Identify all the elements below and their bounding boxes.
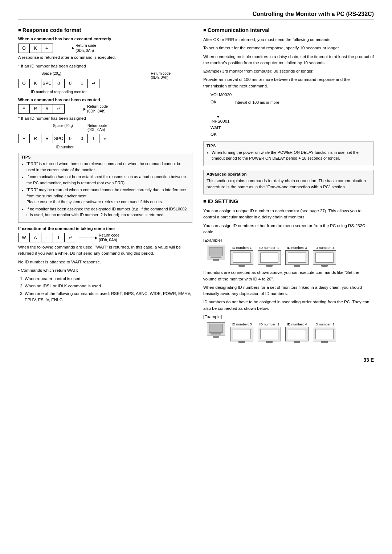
wait-para2: No ID number is attached to WAIT respons…	[18, 259, 192, 265]
wait-line2: WAIT	[211, 124, 221, 131]
tips-title-left: TIPS	[21, 155, 189, 159]
cell-K2: K	[30, 79, 41, 88]
cell-E2: E	[18, 134, 30, 143]
id2-label-1: ID number: 3	[232, 322, 252, 326]
monitor-2-1: ID number: 3	[230, 322, 253, 343]
tips-list-right: When turning the power on while the POWE…	[207, 149, 371, 161]
tips-item-1: "ERR" is returned when there is no relev…	[26, 161, 189, 173]
cell-O2: O	[18, 79, 30, 88]
id-para3: If monitors are connected as shown above…	[203, 270, 374, 282]
example-label-1: [Example]	[203, 237, 374, 243]
cell-I: I	[41, 233, 53, 242]
tips-box-right: TIPS When turning the power on while the…	[203, 141, 374, 166]
id-section-title: ID SETTING	[203, 198, 374, 204]
monitor-4: ID number: 4	[313, 246, 336, 267]
err-box-labels: Space (20H) Return code(0Dh, 0Ah)	[18, 124, 192, 132]
cell-0c: 0	[65, 134, 76, 143]
tips-box-left: TIPS "ERR" is returned when there is no …	[18, 153, 192, 223]
cell-ret2: ↵	[88, 79, 99, 88]
pc-unit-2	[207, 322, 225, 338]
cell-K: K	[30, 44, 41, 53]
page-title: Controlling the Monitor with a PC (RS-23…	[18, 11, 374, 20]
left-column: Response code format When a command has …	[18, 27, 192, 346]
cell-0b: 0	[65, 79, 76, 88]
tips-item-4: If no monitor has been assigned the desi…	[26, 206, 189, 218]
page-header: Controlling the Monitor with a PC (RS-23…	[18, 11, 374, 20]
comm-section-title: Communication interval	[203, 27, 374, 33]
monitor-2-4: ID number: 1	[313, 322, 336, 343]
example-label-2: [Example]	[203, 314, 374, 320]
id2-label-4: ID number: 1	[315, 322, 335, 326]
tips-item-3: "ERR" may be returned when a command can…	[26, 187, 189, 205]
wait-label: If execution of the command is taking so…	[18, 226, 192, 231]
monitor-1: ID number: 1	[230, 246, 253, 267]
err-id-label: ID number	[18, 145, 111, 149]
note-executed: A response is returned after a command i…	[18, 54, 192, 61]
wait-para1: When the following commands are used, "W…	[18, 244, 192, 257]
interval-label: Interval of 100 ms or more	[234, 100, 279, 104]
tips-list-left: "ERR" is returned when there is no relev…	[21, 161, 189, 218]
cell-R: R	[30, 104, 41, 114]
comm-para2: To set a timeout for the command respons…	[203, 45, 374, 51]
cell-W: W	[18, 233, 30, 242]
err-return-code-label: Return code(0Dh, 0Ah)	[87, 124, 107, 132]
cell-E: E	[18, 104, 30, 114]
comm-para3: When connecting multiple monitors in a d…	[203, 54, 374, 66]
tips-item-right-1: When turning the power on while the POWE…	[212, 149, 371, 161]
cell-O: O	[18, 44, 30, 53]
err-code-box-2: E R R SPC 0 0 1 ↵	[18, 134, 192, 143]
wait-cmd-3: When one of the following commands is us…	[25, 291, 192, 303]
wait-code-box: W A I T ↵ Return code(0Dh, 0Ah)	[18, 233, 192, 243]
wait-return-code: Return code(0Dh, 0Ah)	[99, 233, 119, 243]
volm-line1: VOLM0020	[211, 91, 374, 98]
monitor-diagram-1: ID number: 1 ID number: 2	[207, 246, 374, 267]
cell-1b: 1	[88, 134, 99, 143]
page-number: 33 E	[18, 357, 374, 363]
err-space-label: Space (20H)	[53, 124, 73, 132]
interval-arrow-vert	[218, 106, 218, 118]
cell-1a: 1	[76, 79, 88, 88]
interval-example: VOLM0020 OK INPS0001 WAIT OK Interval of…	[211, 91, 374, 138]
id-para1: You can assign a unique ID number to eac…	[203, 208, 374, 221]
id-responding-label: ID number of responding monitor	[18, 90, 99, 94]
monitor-2-2: ID number: 2	[258, 322, 281, 343]
pc-unit-1	[207, 246, 225, 261]
monitor-2: ID number: 2	[258, 246, 281, 267]
cell-SPC: SPC	[41, 79, 53, 88]
cell-return: ↵	[41, 44, 53, 53]
cell-R3: R	[30, 134, 41, 143]
comm-para1: After OK or ERR is returned, you must se…	[203, 37, 374, 43]
advanced-box: Advanced operation This section explains…	[203, 170, 374, 195]
err-note-if-id: * If an ID number has been assigned	[18, 115, 192, 122]
err-code-box-1: E R R ↵ Return code(0Dh, 0Ah)	[18, 104, 192, 114]
monitor-2-3: ID number: 4	[285, 322, 309, 343]
id2-label-2: ID number: 2	[260, 322, 279, 326]
wait-commands-list: When repeater control is used When an ID…	[18, 276, 192, 303]
tips-item-2: If communication has not been establishe…	[26, 174, 189, 186]
when-correct-label: When a command has been executed correct…	[18, 37, 192, 41]
wait-commands-label: • Commands which return WAIT:	[18, 267, 192, 274]
err-return-code: Return code(0Dh, 0Ah)	[87, 104, 108, 114]
return-code-label: Return code(0Dh, 0Ah)	[151, 71, 171, 79]
comm-para5: Provide an interval of 100 ms or more be…	[203, 77, 374, 89]
id-para4: When designating ID numbers for a set of…	[203, 284, 374, 297]
cell-ret5: ↵	[65, 233, 76, 242]
inps-line: INPS0001	[211, 118, 229, 124]
monitor-3: ID number: 3	[285, 246, 309, 267]
wait-cmd-1: When repeater control is used	[25, 276, 192, 282]
id-label-3: ID number: 3	[287, 246, 307, 250]
cell-ret3: ↵	[53, 104, 65, 114]
wait-cmd-2: When an IDSL or IDLK command is used	[25, 283, 192, 289]
id-para2: You can assign ID numbers either from th…	[203, 223, 374, 235]
id-label-1: ID number: 1	[232, 246, 252, 250]
cell-0a: 0	[53, 79, 65, 88]
cell-A: A	[30, 233, 41, 242]
id-para5: ID numbers do not have to be assigned in…	[203, 299, 374, 312]
response-section-title: Response code format	[18, 27, 192, 33]
return-code-1: Return code(0Dh, 0Ah)	[75, 43, 96, 53]
id-label-2: ID number: 2	[260, 246, 279, 250]
cell-T: T	[53, 233, 65, 242]
advanced-para: This section explains commands for daisy…	[207, 178, 371, 190]
cell-R4: R	[41, 134, 53, 143]
right-column: Communication interval After OK or ERR i…	[203, 27, 374, 346]
